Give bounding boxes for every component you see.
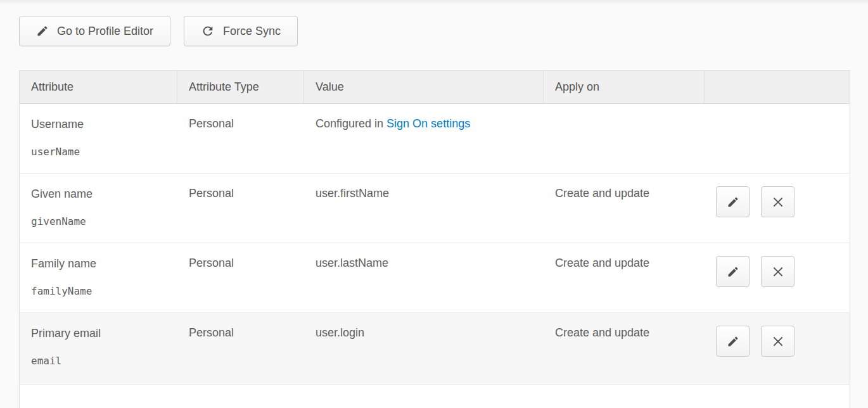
table-row-partial bbox=[19, 385, 850, 408]
table-row-family-name: Family name familyName Personal user.las… bbox=[19, 243, 850, 313]
apply-on-cell bbox=[544, 104, 705, 174]
attribute-type-cell: Personal bbox=[177, 104, 304, 174]
attribute-name: familyName bbox=[31, 285, 177, 297]
attribute-name: email bbox=[31, 355, 177, 367]
table-row-username: Username userName Personal Configured in… bbox=[19, 104, 850, 174]
attribute-type-cell: Personal bbox=[177, 313, 304, 385]
close-icon bbox=[772, 265, 784, 278]
delete-attribute-button[interactable] bbox=[761, 186, 795, 217]
column-header-attribute-type: Attribute Type bbox=[177, 70, 304, 104]
value-cell: user.lastName bbox=[304, 243, 544, 313]
actions-cell bbox=[705, 104, 850, 174]
apply-on-cell: Create and update bbox=[544, 313, 705, 385]
force-sync-button[interactable]: Force Sync bbox=[184, 16, 298, 46]
pencil-icon bbox=[727, 196, 739, 208]
go-to-profile-editor-button[interactable]: Go to Profile Editor bbox=[19, 16, 170, 46]
edit-attribute-button[interactable] bbox=[716, 186, 750, 217]
attribute-type-cell: Personal bbox=[177, 243, 304, 313]
column-header-value: Value bbox=[304, 70, 544, 104]
column-header-actions bbox=[705, 70, 850, 104]
value-cell: Configured in Sign On settings bbox=[304, 104, 544, 174]
go-to-profile-editor-label: Go to Profile Editor bbox=[57, 25, 153, 38]
value-cell: user.firstName bbox=[304, 174, 544, 243]
pencil-icon bbox=[727, 265, 739, 278]
toolbar: Go to Profile Editor Force Sync bbox=[19, 16, 868, 46]
apply-on-cell: Create and update bbox=[544, 174, 705, 243]
sync-icon bbox=[201, 24, 215, 38]
delete-attribute-button[interactable] bbox=[761, 256, 795, 287]
top-shade bbox=[0, 0, 868, 5]
force-sync-label: Force Sync bbox=[223, 25, 281, 38]
attribute-type-cell: Personal bbox=[177, 174, 304, 243]
delete-attribute-button[interactable] bbox=[761, 326, 795, 357]
attribute-label: Given name bbox=[31, 187, 177, 201]
sign-on-settings-link[interactable]: Sign On settings bbox=[386, 117, 470, 130]
close-icon bbox=[772, 196, 784, 208]
close-icon bbox=[772, 335, 784, 348]
apply-on-cell: Create and update bbox=[544, 243, 705, 313]
pencil-icon bbox=[36, 25, 49, 37]
value-cell: user.login bbox=[304, 313, 544, 385]
column-header-apply-on: Apply on bbox=[544, 70, 705, 104]
column-header-attribute: Attribute bbox=[19, 70, 177, 104]
table-header-row: Attribute Attribute Type Value Apply on bbox=[19, 70, 850, 104]
table-row-given-name: Given name givenName Personal user.first… bbox=[19, 174, 850, 243]
actions-cell bbox=[705, 243, 850, 313]
edit-attribute-button[interactable] bbox=[716, 256, 750, 287]
pencil-icon bbox=[727, 335, 739, 348]
attribute-label: Username bbox=[31, 117, 177, 131]
edit-attribute-button[interactable] bbox=[716, 326, 750, 357]
value-prefix: Configured in bbox=[316, 117, 386, 130]
attribute-label: Family name bbox=[31, 257, 177, 271]
table-row-primary-email: Primary email email Personal user.login … bbox=[19, 313, 850, 385]
attribute-label: Primary email bbox=[31, 326, 177, 340]
actions-cell bbox=[705, 174, 850, 243]
attribute-name: userName bbox=[31, 146, 177, 158]
attribute-name: givenName bbox=[31, 215, 177, 227]
actions-cell bbox=[705, 313, 850, 385]
attribute-mapping-table: Attribute Attribute Type Value Apply on … bbox=[19, 70, 850, 408]
